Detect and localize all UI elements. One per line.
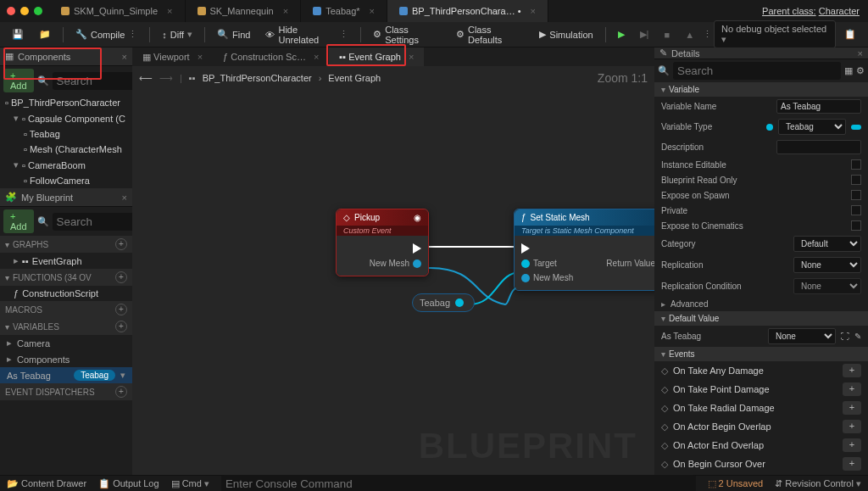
close-icon[interactable]: × (122, 192, 127, 203)
find-button[interactable]: 🔍Find (210, 25, 257, 43)
top-tab[interactable]: Teabag* × (301, 0, 387, 22)
console-command-input[interactable] (221, 475, 696, 492)
node-teabag-variable[interactable]: Teabag (412, 293, 475, 312)
add-event-button[interactable]: + (843, 382, 861, 396)
details-panel-header: ✎ Details× (654, 47, 868, 59)
construction-script-item[interactable]: ƒ ConstructionScript (0, 286, 132, 301)
breadcrumb-root[interactable]: BP_ThirdPersonCharacter (203, 73, 312, 83)
top-tab[interactable]: SK_Mannequin × (186, 0, 302, 22)
unsaved-status[interactable]: ⬚ 2 Unsaved (708, 478, 764, 489)
top-tab[interactable]: SKM_Quinn_Simple × (49, 0, 186, 22)
add-component-button[interactable]: Add (3, 69, 34, 92)
advanced-toggle[interactable]: ▸Advanced (654, 297, 868, 311)
variable-as-teabag[interactable]: As Teabag Teabag ▾ (0, 367, 132, 383)
class-defaults-button[interactable]: ⚙ Class Defaults (449, 21, 531, 48)
bp-readonly-checkbox[interactable] (851, 175, 861, 185)
graphs-section[interactable]: ▾GRAPHS+ (0, 236, 132, 253)
add-macro-button[interactable]: + (115, 304, 127, 315)
expose-spawn-checkbox[interactable] (851, 190, 861, 200)
add-blueprint-button[interactable]: Add (3, 209, 34, 233)
save-icon[interactable]: 💾 (5, 25, 31, 43)
component-tree-item[interactable]: ▫ Mesh (CharacterMesh (0, 142, 132, 157)
variables-section[interactable]: ▾VARIABLES+ (0, 318, 132, 335)
component-tree-item[interactable]: ▫ FollowCamera (0, 173, 132, 188)
close-icon[interactable]: × (858, 48, 863, 59)
diff-button[interactable]: ↕ Diff ▾ (155, 25, 199, 43)
gear-icon[interactable]: ⚙ (856, 65, 865, 76)
target-pin[interactable] (521, 259, 530, 268)
macros-section[interactable]: MACROS+ (0, 301, 132, 318)
new-mesh-in-pin[interactable] (521, 274, 530, 282)
eject-button[interactable]: ▲ (678, 26, 701, 43)
node-pickup[interactable]: ◇Pickup◉ Custom Event New Mesh (336, 209, 429, 276)
replication-select[interactable]: None (793, 257, 861, 273)
new-mesh-out-pin[interactable] (413, 259, 421, 268)
browse-icon[interactable]: 📁 (32, 25, 58, 43)
event-graph-canvas[interactable]: ◇Pickup◉ Custom Event New Mesh ƒSet Stat… (132, 90, 654, 475)
instance-editable-checkbox[interactable] (851, 159, 861, 170)
dispatchers-section[interactable]: EVENT DISPATCHERS+ (0, 383, 132, 400)
add-event-button[interactable]: + (843, 364, 861, 377)
nav-back-icon[interactable]: ⟵ (139, 73, 153, 84)
minimize-window[interactable] (20, 7, 29, 15)
simulation-button[interactable]: ▶ Simulation (532, 25, 599, 43)
compile-button[interactable]: 🔧Compile ⋮ (69, 25, 144, 43)
private-checkbox[interactable] (851, 205, 861, 215)
variable-item[interactable]: ▸ Camera (0, 335, 132, 351)
variable-type-select[interactable]: Teabag (778, 119, 846, 135)
category-select[interactable]: Default (793, 236, 861, 252)
stop-button[interactable]: ■ (657, 26, 676, 43)
section-variable[interactable]: ▾Variable (654, 82, 868, 97)
subtab[interactable]: ƒ Construction Sc… × (213, 47, 329, 66)
close-window[interactable] (7, 7, 15, 15)
exec-out-pin[interactable] (413, 243, 421, 254)
container-type-icon[interactable] (851, 125, 861, 130)
component-tree-item[interactable]: ▫ BP_ThirdPersonCharacter (0, 95, 132, 110)
variable-item[interactable]: ▸ Components (0, 351, 132, 367)
expose-cine-checkbox[interactable] (851, 220, 861, 231)
add-graph-button[interactable]: + (115, 238, 127, 250)
content-drawer-button[interactable]: 📂 Content Drawer (7, 478, 86, 489)
output-pin[interactable] (455, 299, 464, 307)
grid-icon[interactable]: ▦ (844, 65, 853, 76)
add-event-button[interactable]: + (843, 457, 861, 471)
details-search-input[interactable] (673, 62, 841, 80)
add-event-button[interactable]: + (843, 420, 861, 433)
play-button[interactable]: ▶ (611, 25, 632, 43)
skip-button[interactable]: ▶| (633, 25, 656, 43)
functions-section[interactable]: ▾FUNCTIONS (34 OV+ (0, 269, 132, 286)
top-tab[interactable]: BP_ThirdPersonChara… • × (387, 0, 548, 22)
section-events[interactable]: ▾Events (654, 347, 868, 361)
component-tree-item[interactable]: ▾ ▫ Capsule Component (C (0, 110, 132, 126)
subtab[interactable]: ▪▪ Event Graph × (329, 47, 424, 66)
class-settings-button[interactable]: ⚙ Class Settings (366, 21, 448, 48)
expand-icon[interactable]: ⛶ (841, 332, 849, 341)
add-variable-button[interactable]: + (115, 321, 127, 332)
subtab[interactable]: ▦ Viewport × (132, 47, 213, 66)
exec-in-pin[interactable] (521, 243, 530, 254)
default-value-select[interactable]: None (768, 328, 836, 344)
picker-icon[interactable]: ✎ (854, 332, 861, 341)
add-event-button[interactable]: + (843, 401, 861, 415)
node-set-static-mesh[interactable]: ƒSet Static Mesh Target is Static Mesh C… (514, 209, 654, 291)
component-tree-item[interactable]: ▫ Teabag (0, 126, 132, 142)
output-log-button[interactable]: 📋 Output Log (98, 478, 159, 489)
add-function-button[interactable]: + (115, 271, 127, 283)
component-tree-item[interactable]: ▾ ▫ CameraBoom (0, 157, 132, 173)
nav-fwd-icon[interactable]: ⟶ (159, 73, 173, 84)
cmd-button[interactable]: ▤ Cmd ▾ (171, 478, 209, 489)
parent-class-link[interactable]: Character (819, 6, 860, 16)
description-input[interactable] (776, 140, 861, 154)
maximize-window[interactable] (34, 7, 42, 15)
debug-object-select[interactable]: No debug object selected ▾ (714, 20, 836, 48)
hide-unrelated-button[interactable]: 👁 Hide Unrelated ⋮ (259, 21, 355, 48)
section-default-value[interactable]: ▾Default Value (654, 311, 868, 326)
add-dispatcher-button[interactable]: + (115, 386, 127, 398)
debug-filter-icon[interactable]: 📋 (837, 25, 863, 43)
revision-control-button[interactable]: ⇵ Revision Control ▾ (775, 478, 861, 489)
event-graph-item[interactable]: ▸ ▪▪ EventGraph (0, 253, 132, 269)
close-icon[interactable]: × (122, 52, 127, 62)
node-subtitle: Custom Event (337, 226, 428, 236)
variable-name-input[interactable] (776, 99, 861, 114)
add-event-button[interactable]: + (843, 438, 861, 452)
